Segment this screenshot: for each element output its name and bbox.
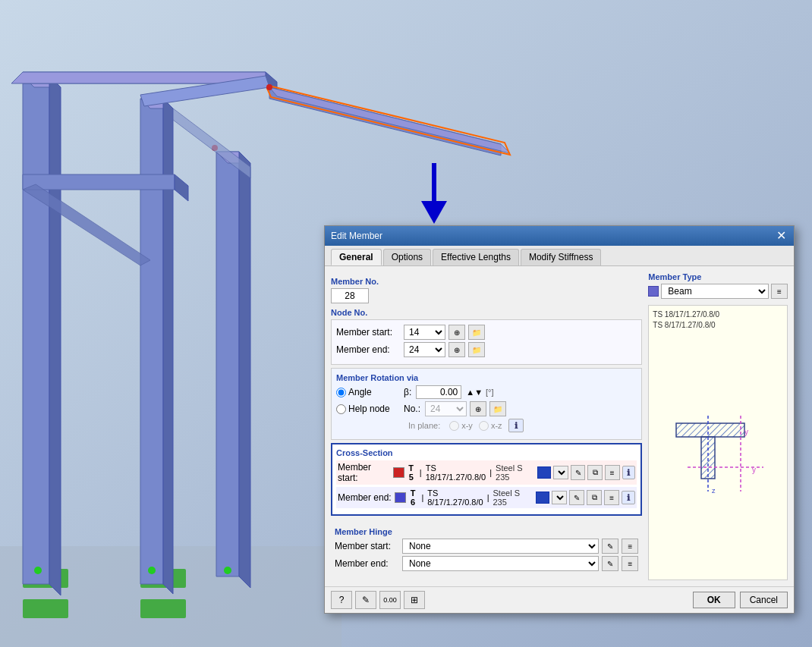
cross-section-label: Cross-Section	[336, 448, 637, 457]
close-button[interactable]: ✕	[775, 230, 788, 242]
footer-grid-btn[interactable]: ⊞	[404, 591, 425, 609]
rotation-section-label: Member Rotation via	[336, 373, 637, 382]
inplane-xy-label[interactable]: x-y	[449, 421, 473, 431]
svg-marker-15	[239, 152, 250, 588]
cross-section-diagram: TS 18/17/1.27/0.8/0 TS 8/17/1.27/0.8/0	[648, 305, 788, 580]
inplane-label: In plane:	[408, 421, 440, 430]
cs-start-separator: |	[420, 468, 422, 477]
cs-end-num: T 6	[408, 488, 418, 507]
helpnode-radio[interactable]	[336, 404, 346, 414]
member-no-input[interactable]	[331, 288, 369, 303]
tab-options[interactable]: Options	[383, 249, 431, 265]
svg-point-31	[148, 567, 156, 574]
hinge-end-list-btn[interactable]: ≡	[622, 556, 638, 571]
svg-marker-9	[49, 76, 61, 595]
cs-start-material: Steel S 235	[496, 463, 533, 482]
svg-point-28	[266, 84, 272, 90]
member-type-dropdown[interactable]: Beam	[661, 284, 769, 299]
member-type-color	[648, 286, 659, 297]
cs-start-color-select[interactable]: ▼	[553, 466, 568, 479]
edit-member-dialog: Edit Member ✕ General Options Effective …	[324, 225, 795, 614]
cs-end-row: Member end: T 6 | TS 8/17/1.27/0.8/0 | S…	[336, 487, 637, 508]
svg-marker-7	[23, 76, 49, 584]
node-start-pick-btn[interactable]: ⊕	[448, 325, 465, 340]
cs-end-sep2: |	[487, 493, 489, 502]
node-end-pick-btn[interactable]: ⊕	[448, 342, 465, 357]
cs-end-label: Member end:	[338, 492, 392, 503]
cs-diagram-svg-area: y y z	[653, 331, 783, 576]
node-start-folder-btn[interactable]: 📁	[468, 325, 485, 340]
svg-marker-12	[163, 99, 173, 594]
cs-start-color	[393, 467, 404, 478]
ok-button[interactable]: OK	[693, 592, 735, 608]
hinge-end-edit-btn[interactable]: ✎	[602, 556, 618, 571]
cs-start-num: T 5	[407, 463, 416, 482]
hinge-start-dropdown[interactable]: None	[402, 539, 599, 554]
svg-point-30	[34, 567, 42, 574]
inplane-xz-label[interactable]: x-z	[479, 421, 502, 431]
helpnode-radio-label[interactable]: Help node	[336, 404, 401, 414]
inplane-xz-radio[interactable]	[479, 421, 489, 431]
tab-effective-lengths[interactable]: Effective Lengths	[433, 249, 519, 265]
inplane-xy-radio[interactable]	[449, 421, 459, 431]
node-start-row: Member start: 14 ⊕ 📁	[336, 325, 637, 340]
left-panel: Member No. Node No. Member start: 14 ⊕ 📁	[331, 272, 642, 580]
cs-end-list-btn[interactable]: ≡	[604, 490, 619, 505]
cancel-button[interactable]: Cancel	[740, 592, 788, 608]
hinge-start-list-btn[interactable]: ≡	[622, 539, 638, 554]
cs-end-info-btn[interactable]: ℹ	[622, 491, 635, 504]
cs-end-material: Steel S 235	[493, 488, 532, 507]
svg-text:y: y	[744, 428, 748, 436]
node-end-folder-btn[interactable]: 📁	[468, 342, 485, 357]
cs-end-color-select[interactable]: ▼	[552, 491, 567, 504]
helpnode-pick-btn[interactable]: ⊕	[470, 401, 486, 416]
svg-rect-5	[23, 599, 68, 618]
cross-section: Cross-Section Member start: T 5 | TS 18/…	[331, 443, 642, 516]
node-no-label: Node No.	[331, 308, 642, 317]
hinge-end-label: Member end:	[335, 558, 399, 569]
info-button[interactable]: ℹ	[508, 419, 524, 432]
footer-left-buttons: ? ✎ 0.00 ⊞	[331, 591, 425, 609]
node-start-dropdown[interactable]: 14	[404, 325, 445, 340]
cs-end-edit-btn[interactable]: ✎	[569, 490, 584, 505]
svg-marker-10	[140, 99, 163, 584]
footer-edit-btn[interactable]: ✎	[355, 591, 376, 609]
cs-end-copy-btn[interactable]: ⧉	[587, 490, 602, 505]
cs-start-label: Member start:	[338, 462, 391, 483]
svg-text:z: z	[712, 487, 716, 495]
member-no-row	[331, 288, 642, 303]
helpnode-dropdown[interactable]: 24	[425, 401, 467, 416]
footer-right-buttons: OK Cancel	[693, 592, 788, 608]
angle-input[interactable]	[416, 385, 461, 399]
svg-rect-6	[140, 599, 186, 618]
tab-general[interactable]: General	[331, 249, 382, 265]
member-type-label: Member Type	[648, 272, 788, 281]
cs-start-copy-btn[interactable]: ⧉	[587, 465, 603, 480]
hinge-start-label: Member start:	[335, 541, 399, 551]
cs-start-edit-btn[interactable]: ✎	[571, 465, 586, 480]
footer-help-btn[interactable]: ?	[331, 591, 352, 609]
tab-bar: General Options Effective Lengths Modify…	[325, 246, 794, 266]
cs-end-separator: |	[421, 493, 423, 502]
dialog-body: Member No. Node No. Member start: 14 ⊕ 📁	[325, 266, 794, 586]
cs-diagram-text1: TS 18/17/1.27/0.8/0	[653, 309, 783, 320]
cs-start-sep2: |	[489, 468, 492, 477]
angle-radio[interactable]	[336, 388, 346, 397]
angle-radio-label[interactable]: Angle	[336, 387, 401, 397]
angle-unit: [°]	[486, 388, 494, 397]
cs-end-color	[395, 492, 406, 503]
cs-start-list-btn[interactable]: ≡	[605, 465, 620, 480]
member-type-row: Beam ≡	[648, 284, 788, 299]
beta-label: β:	[404, 387, 411, 397]
angle-row: Angle β: ▲▼ [°]	[336, 385, 637, 399]
tab-modify-stiffness[interactable]: Modify Stiffness	[521, 249, 601, 265]
hinge-end-dropdown[interactable]: None	[402, 556, 599, 571]
cs-start-info-btn[interactable]: ℹ	[622, 466, 636, 479]
footer-value-btn[interactable]: 0.00	[379, 591, 401, 609]
hinge-end-row: Member end: None ✎ ≡	[335, 556, 638, 571]
helpnode-folder-btn[interactable]: 📁	[489, 401, 506, 416]
rotation-section: Member Rotation via Angle β: ▲▼ [°]	[331, 368, 642, 440]
member-type-info-btn[interactable]: ≡	[771, 284, 788, 299]
hinge-start-edit-btn[interactable]: ✎	[602, 539, 618, 554]
node-end-dropdown[interactable]: 24	[404, 342, 445, 357]
